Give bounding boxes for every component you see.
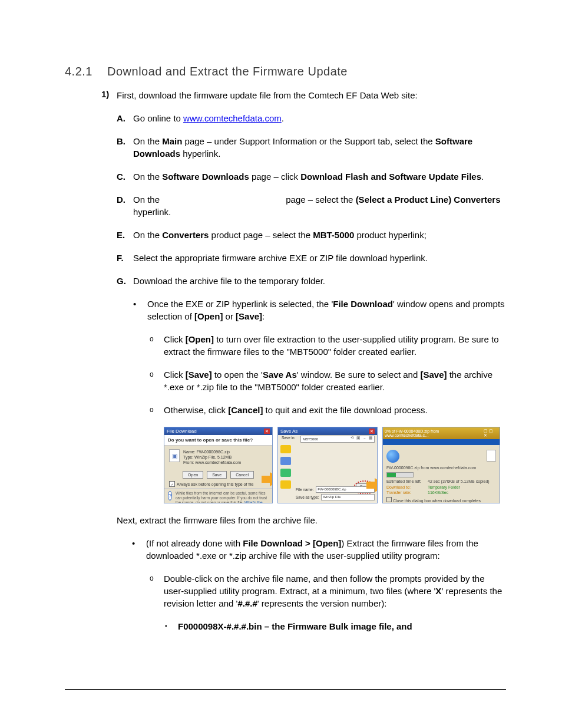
documents-icon[interactable]: [280, 469, 291, 477]
save-as-dialog: Save As ✕ Save in: MBT5000 ⟲ ▣ ⌄ ▦ Save: [277, 427, 378, 503]
file-download-dialog: File Download ✕ Do you want to open or s…: [164, 427, 273, 503]
substep-d: D. On the page – select the (Select a Pr…: [117, 193, 506, 218]
download-progress-dialog: 0% of FW-0000408D.zip from www.comtechef…: [382, 427, 500, 503]
document-icon: [487, 450, 496, 462]
screenshot-strip: File Download ✕ Do you want to open or s…: [164, 427, 506, 503]
substep-c: C. On the Software Downloads page – clic…: [117, 170, 506, 183]
filetype-field[interactable]: WinZip File: [321, 494, 375, 500]
circle-cancel: o Otherwise, click [Cancel] to quit and …: [150, 404, 506, 416]
zip-file-icon: ▣: [169, 449, 180, 462]
bullet-extract: • (If not already done with File Downloa…: [132, 537, 506, 562]
circle-open: o Click [Open] to turn over file extract…: [150, 333, 506, 358]
substep-g: G. Download the archive file to the temp…: [117, 275, 506, 287]
cancel-button[interactable]: Cancel: [230, 471, 254, 479]
globe-icon: [386, 450, 399, 463]
recent-icon[interactable]: [280, 445, 291, 453]
file-download-question: Do you want to open or save this file?: [164, 435, 272, 446]
comtech-link[interactable]: www.comtechefdata.com: [183, 113, 282, 123]
shield-question-icon: ?: [168, 491, 172, 500]
substep-a: A. Go online to www.comtechefdata.com.: [117, 112, 506, 124]
arrow-icon: [270, 472, 273, 486]
computer-icon[interactable]: [280, 480, 291, 489]
save-button[interactable]: Save: [207, 471, 227, 479]
substep-f: F. Select the appropriate firmware archi…: [117, 252, 506, 264]
save-as-titlebar: Save As ✕: [278, 427, 377, 435]
places-bar[interactable]: [280, 445, 295, 489]
open-button[interactable]: Open: [183, 471, 203, 479]
step-1-number: 1): [101, 89, 117, 101]
circle-save: o Click [Save] to open the 'Save As' win…: [150, 368, 506, 393]
next-extract-text: Next, extract the firmware files from th…: [117, 514, 506, 526]
step-1: 1) First, download the firmware update f…: [101, 89, 506, 101]
close-icon[interactable]: ✕: [369, 429, 375, 434]
square-bin-file: ▪ F0000098X-#.#.#.bin – the Firmware Bul…: [165, 620, 506, 633]
progress-titlebar: 0% of FW-0000408D.zip from www.comtechef…: [383, 427, 500, 439]
bullet-file-download: • Once the EXE or ZIP hyperlink is selec…: [133, 298, 506, 322]
checkbox-icon: ✓: [169, 481, 175, 487]
progress-bar: [386, 472, 414, 477]
section-heading: 4.2.1Download and Extract the Firmware U…: [65, 65, 506, 78]
toolbar-icons[interactable]: ⟲ ▣ ⌄ ▦: [351, 436, 373, 440]
section-title-text: Download and Extract the Firmware Update: [107, 65, 348, 78]
always-ask-checkbox[interactable]: ✓ Always ask before opening this type of…: [164, 480, 272, 488]
file-download-titlebar: File Download ✕: [164, 427, 272, 435]
arrow-icon: [375, 478, 378, 492]
substep-e: E. On the Converters product page – sele…: [117, 229, 506, 241]
footer-rule: [65, 689, 506, 690]
circle-doubleclick: o Double-click on the archive file name,…: [150, 572, 506, 610]
close-icon[interactable]: ✕: [264, 429, 270, 434]
substep-b: B. On the Main page – under Support Info…: [117, 135, 506, 160]
step-1-text: First, download the firmware update file…: [117, 89, 506, 101]
window-controls[interactable]: ▢ ▢ ✕: [484, 429, 498, 438]
section-number: 4.2.1: [65, 65, 107, 78]
desktop-icon[interactable]: [280, 457, 291, 465]
